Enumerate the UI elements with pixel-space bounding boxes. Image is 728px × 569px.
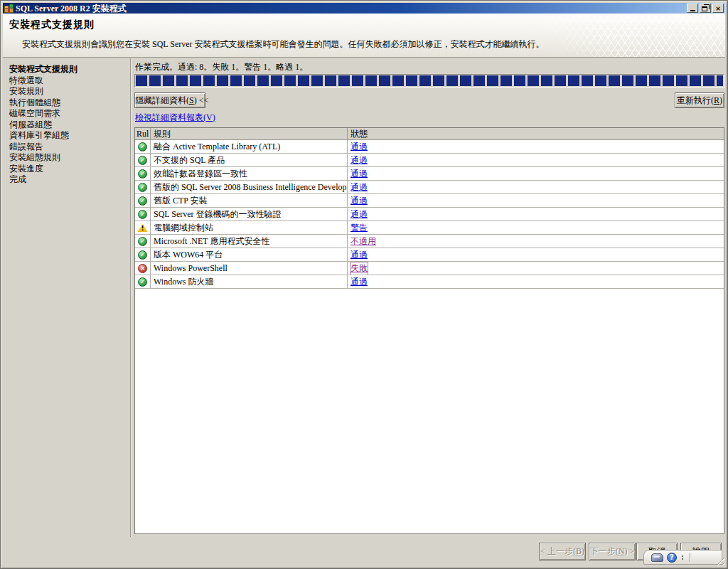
rule-icon-cell: ✓ [135,208,151,220]
view-detailed-report-link[interactable]: 檢視詳細資料報表(V) [135,112,215,124]
rule-status-cell: 通過 [348,208,724,220]
rule-status-cell: 失敗 [348,262,724,275]
pass-icon: ✓ [138,169,147,179]
minimize-icon [690,10,695,11]
header-mesh-decoration [491,14,725,58]
rules-grid-rows: ✓融合 Active Template Library (ATL)通過✓不支援的… [135,140,724,289]
pass-icon: ✓ [138,210,147,219]
table-row: ✓版本 WOW64 平台通過 [135,248,724,262]
rule-icon-cell: × [135,262,151,275]
rule-icon-cell: ✓ [135,167,151,180]
status-link[interactable]: 通過 [350,154,368,166]
status-summary: 作業完成。通過: 8。失敗 1。警告 1。略過 1。 [135,61,308,73]
rule-status-cell: 通過 [348,167,724,180]
rule-icon-cell: ✓ [135,275,151,288]
status-link[interactable]: 通過 [350,249,368,261]
ime-options-icon[interactable] [682,555,683,560]
language-bar-overlay: ? [643,550,722,565]
setup-wizard-window: SQL Server 2008 R2 安裝程式 × 安裝程式支援規則 安裝程式支… [0,0,728,569]
status-link[interactable]: 通過 [350,168,368,180]
rules-grid-header: Rul 規則 狀態 [135,128,724,140]
fail-icon: × [138,264,147,273]
table-row: ×Windows PowerShell失敗 [135,262,724,275]
page-description: 安裝程式支援規則會識別您在安裝 SQL Server 安裝程式支援檔案時可能會發… [22,38,545,50]
ime-divider [690,553,690,562]
restore-button[interactable] [700,4,711,13]
rule-name: Microsoft .NET 應用程式安全性 [151,235,348,248]
sidebar-item: 資料庫引擎組態 [9,130,129,142]
sidebar-item: 安裝程式支援規則 [9,64,129,75]
column-header-rule[interactable]: 規則 [151,128,348,139]
sidebar-item: 磁碟空間需求 [9,108,129,119]
column-header-status[interactable]: 狀態 [348,128,724,139]
status-link[interactable]: 不適用 [350,235,376,248]
minimize-button[interactable] [687,4,698,13]
page-title: 安裝程式支援規則 [9,18,95,31]
table-row: ✓舊版的 SQL Server 2008 Business Intelligen… [135,181,724,194]
column-header-rule-icon[interactable]: Rul [135,128,151,139]
rule-status-cell: 通過 [348,181,724,193]
rule-name: 舊版 CTP 安裝 [151,194,348,207]
pass-icon: ✓ [138,196,147,206]
rule-name: 效能計數器登錄區一致性 [151,167,348,180]
rule-icon-cell: ✓ [135,154,151,166]
status-link[interactable]: 失敗 [350,262,368,275]
rule-name: 版本 WOW64 平台 [151,248,348,261]
rule-status-cell: 通過 [348,248,724,261]
back-button[interactable]: < 上一步(B) [539,543,586,560]
status-link[interactable]: 通過 [350,208,368,220]
hide-details-button[interactable]: 隱藏詳細資料(S) << [134,92,205,108]
table-row: ✓Microsoft .NET 應用程式安全性不適用 [135,235,724,248]
pass-icon: ✓ [138,183,147,192]
main-panel: 作業完成。通過: 8。失敗 1。警告 1。略過 1。 隱藏詳細資料(S) << … [132,58,725,538]
ime-hand-icon[interactable] [651,553,663,562]
table-row: ✓SQL Server 登錄機碼的一致性驗證通過 [135,208,724,221]
table-row: ✓效能計數器登錄區一致性通過 [135,167,724,181]
pass-icon: ✓ [138,250,147,260]
status-link[interactable]: 通過 [350,141,368,153]
rule-status-cell: 通過 [348,275,724,288]
table-row: ✓融合 Active Template Library (ATL)通過 [135,140,724,154]
rule-icon-cell: ! [135,221,151,234]
sidebar-splitter [130,58,131,538]
status-link[interactable]: 警告 [350,222,368,234]
status-link[interactable]: 通過 [350,181,368,193]
status-link[interactable]: 通過 [350,276,368,288]
title-bar: SQL Server 2008 R2 安裝程式 × [3,3,725,14]
rule-name: 舊版的 SQL Server 2008 Business Intelligenc… [151,181,348,193]
rule-icon-cell: ✓ [135,194,151,207]
rule-name: Windows 防火牆 [151,275,348,288]
page-header: 安裝程式支援規則 安裝程式支援規則會識別您在安裝 SQL Server 安裝程式… [3,14,725,58]
window-title: SQL Server 2008 R2 安裝程式 [16,4,127,14]
pass-icon: ✓ [138,277,147,287]
progress-bar [134,74,724,87]
table-row: ✓不支援的 SQL 產品通過 [135,154,724,167]
sidebar: 安裝程式支援規則特徵選取安裝規則執行個體組態磁碟空間需求伺服器組態資料庫引擎組態… [3,58,129,538]
table-row: !電腦網域控制站警告 [135,221,724,235]
rule-status-cell: 通過 [348,140,724,153]
rule-icon-cell: ✓ [135,248,151,261]
close-icon: × [715,5,721,12]
rule-name: Windows PowerShell [151,262,348,275]
wizard-body: 安裝程式支援規則特徵選取安裝規則執行個體組態磁碟空間需求伺服器組態資料庫引擎組態… [3,58,725,538]
pass-icon: ✓ [138,142,147,151]
rule-icon-cell: ✓ [135,181,151,193]
ime-help-icon[interactable]: ? [667,553,677,563]
sidebar-item: 安裝進度 [9,164,129,175]
rules-grid: Rul 規則 狀態 ✓融合 Active Template Library (A… [134,127,724,534]
footer-bar: < 上一步(B) 下一步(N) > 取消 說明 ? [3,537,725,566]
rerun-button[interactable]: 重新執行(R) [675,92,724,108]
table-row: ✓舊版 CTP 安裝通過 [135,194,724,208]
sidebar-item: 伺服器組態 [9,119,129,131]
pass-icon: ✓ [138,237,147,246]
rule-status-cell: 通過 [348,194,724,207]
rule-name: 電腦網域控制站 [151,221,348,234]
sidebar-item: 特徵選取 [9,75,129,87]
restore-icon [702,6,707,11]
next-button[interactable]: 下一步(N) > [589,543,636,560]
rule-icon-cell: ✓ [135,140,151,153]
close-button[interactable]: × [712,4,724,13]
app-icon [4,4,14,13]
status-link[interactable]: 通過 [350,195,368,207]
rule-status-cell: 通過 [348,154,724,166]
